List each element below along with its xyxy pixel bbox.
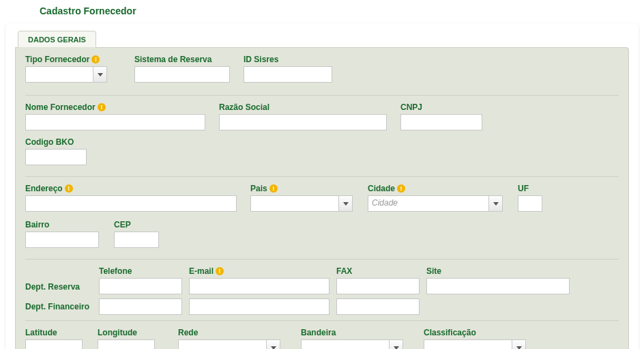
label-dept-reserva: Dept. Reserva <box>25 282 99 292</box>
form-area: Tipo Fornecedor Sistema de Reserva ID Si… <box>15 47 629 349</box>
pais-value <box>251 196 338 211</box>
required-icon <box>216 267 224 275</box>
codigo-bko-input[interactable] <box>25 149 87 165</box>
label-endereco: Endereço <box>25 184 244 193</box>
tipo-fornecedor-value <box>26 67 93 82</box>
label-fax: FAX <box>336 266 420 276</box>
nome-fornecedor-input[interactable] <box>25 114 205 130</box>
cidade-select[interactable]: Cidade <box>368 195 503 212</box>
required-icon <box>98 103 106 111</box>
chevron-down-icon[interactable] <box>266 340 280 349</box>
pais-select[interactable] <box>250 195 353 212</box>
sistema-reserva-input[interactable] <box>134 66 230 83</box>
rede-value <box>179 340 266 349</box>
tipo-fornecedor-select[interactable] <box>25 66 107 83</box>
endereco-input[interactable] <box>25 195 237 212</box>
label-tipo-fornecedor: Tipo Fornecedor <box>25 55 128 64</box>
label-cep: CEP <box>114 220 175 229</box>
bairro-input[interactable] <box>25 232 99 248</box>
bandeira-select[interactable] <box>301 339 403 349</box>
label-sistema-reserva: Sistema de Reserva <box>134 55 237 64</box>
page-title: Cadastro Fornecedor <box>0 0 644 23</box>
label-id-sisres: ID Sisres <box>244 55 346 64</box>
label-razao-social: Razão Social <box>219 102 394 112</box>
fin-telefone-input[interactable] <box>99 298 182 315</box>
cnpj-input[interactable] <box>400 114 482 130</box>
label-nome-fornecedor: Nome Fornecedor <box>25 102 212 112</box>
label-uf: UF <box>518 184 552 193</box>
chevron-down-icon[interactable] <box>488 196 502 211</box>
label-cidade: Cidade <box>368 184 511 193</box>
chevron-down-icon[interactable] <box>389 340 402 349</box>
tab-dados-gerais[interactable]: DADOS GERAIS <box>18 31 96 48</box>
razao-social-input[interactable] <box>219 114 387 130</box>
required-icon <box>269 184 278 193</box>
label-codigo-bko: Codigo BKO <box>25 137 107 147</box>
label-pais: Pais <box>250 184 361 193</box>
bandeira-value <box>302 340 389 349</box>
reserva-email-input[interactable] <box>189 278 330 294</box>
classificacao-value <box>424 340 512 349</box>
label-email: E-mail <box>189 266 330 276</box>
fin-email-input[interactable] <box>189 298 330 315</box>
latitude-input[interactable] <box>25 339 83 349</box>
label-dept-financeiro: Dept. Financeiro <box>25 302 99 311</box>
cidade-placeholder: Cidade <box>368 196 488 211</box>
chevron-down-icon[interactable] <box>93 67 106 82</box>
classificacao-select[interactable] <box>424 339 526 349</box>
label-classificacao: Classificação <box>424 328 540 337</box>
label-rede: Rede <box>178 328 294 337</box>
chevron-down-icon[interactable] <box>512 340 525 349</box>
label-telefone: Telefone <box>99 266 182 276</box>
rede-select[interactable] <box>178 339 280 349</box>
required-icon <box>91 55 100 64</box>
reserva-telefone-input[interactable] <box>99 278 182 294</box>
required-icon <box>65 184 73 193</box>
label-cnpj: CNPJ <box>400 102 496 112</box>
label-latitude: Latitude <box>25 328 91 337</box>
fin-fax-input[interactable] <box>336 298 420 315</box>
label-bandeira: Bandeira <box>301 328 417 337</box>
longitude-input[interactable] <box>98 339 155 349</box>
label-bairro: Bairro <box>25 220 107 229</box>
form-panel: DADOS GERAIS Tipo Fornecedor Sistema de … <box>5 23 639 349</box>
cep-input[interactable] <box>114 232 159 248</box>
chevron-down-icon[interactable] <box>338 196 352 211</box>
reserva-site-input[interactable] <box>426 278 570 294</box>
reserva-fax-input[interactable] <box>336 278 420 294</box>
label-site: Site <box>426 266 570 276</box>
id-sisres-input[interactable] <box>244 66 332 83</box>
required-icon <box>397 184 405 193</box>
tab-bar: DADOS GERAIS <box>5 24 639 48</box>
label-longitude: Longitude <box>98 328 171 337</box>
uf-input[interactable] <box>518 195 542 212</box>
